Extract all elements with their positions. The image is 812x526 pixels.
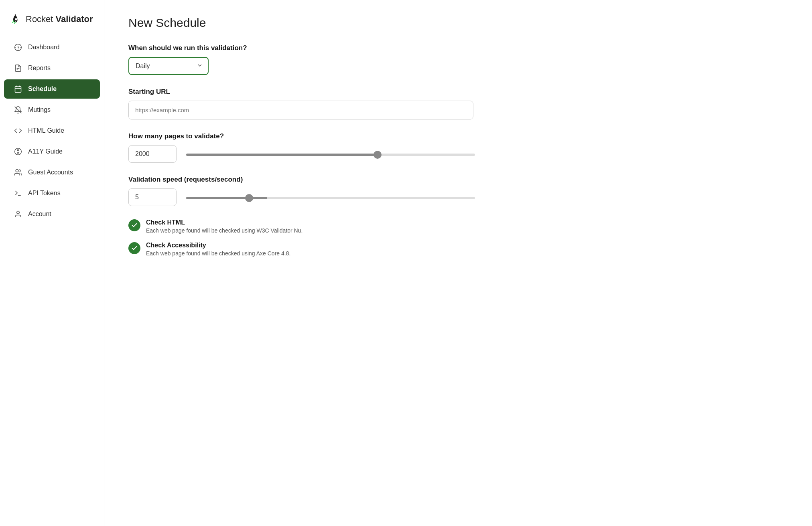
dashboard-icon	[14, 43, 22, 52]
pages-slider-container	[186, 150, 475, 158]
logo: Rocket Validator	[0, 8, 104, 37]
url-section: Starting URL	[128, 88, 788, 119]
speed-slider-container	[186, 194, 475, 201]
svg-rect-3	[15, 86, 21, 92]
sidebar: Rocket Validator Dashboard Reports	[0, 0, 104, 526]
sidebar-item-html-guide-label: HTML Guide	[28, 127, 64, 134]
sidebar-item-guest-accounts[interactable]: Guest Accounts	[4, 163, 100, 182]
check-accessibility-title: Check Accessibility	[146, 242, 290, 249]
page-title: New Schedule	[128, 16, 788, 30]
svg-point-12	[17, 211, 20, 214]
check-html-desc: Each web page found will be checked usin…	[146, 227, 302, 234]
sidebar-item-reports-label: Reports	[28, 65, 51, 72]
reports-icon	[14, 64, 22, 73]
svg-point-9	[17, 150, 18, 151]
when-section: When should we run this validation? Dail…	[128, 44, 788, 75]
check-html-text: Check HTML Each web page found will be c…	[146, 219, 302, 234]
speed-input[interactable]	[128, 188, 177, 206]
pages-input[interactable]	[128, 145, 177, 163]
sidebar-item-mutings[interactable]: Mutings	[4, 100, 100, 119]
api-tokens-icon	[14, 189, 22, 198]
check-accessibility-desc: Each web page found will be checked usin…	[146, 250, 290, 257]
sidebar-item-schedule-label: Schedule	[28, 85, 57, 93]
sidebar-item-dashboard[interactable]: Dashboard	[4, 38, 100, 57]
schedule-icon	[14, 85, 22, 93]
guest-accounts-icon	[14, 168, 22, 177]
svg-point-10	[16, 170, 18, 172]
sidebar-item-html-guide[interactable]: HTML Guide	[4, 121, 100, 140]
pages-slider[interactable]	[186, 154, 475, 156]
speed-input-row	[128, 188, 788, 206]
pages-section: How many pages to validate?	[128, 132, 788, 163]
sidebar-item-a11y-guide[interactable]: A11Y Guide	[4, 142, 100, 161]
when-label: When should we run this validation?	[128, 44, 788, 52]
html-guide-icon	[14, 126, 22, 135]
sidebar-item-guest-accounts-label: Guest Accounts	[28, 169, 73, 176]
pages-input-row	[128, 145, 788, 163]
check-html-checkbox[interactable]	[128, 219, 140, 231]
sidebar-item-schedule[interactable]: Schedule	[4, 79, 100, 99]
main-content: New Schedule When should we run this val…	[104, 0, 812, 526]
check-accessibility-text: Check Accessibility Each web page found …	[146, 242, 290, 257]
rocket-icon	[10, 13, 22, 26]
speed-section: Validation speed (requests/second)	[128, 176, 788, 206]
a11y-guide-icon	[14, 147, 22, 156]
sidebar-item-account[interactable]: Account	[4, 204, 100, 224]
check-html-title: Check HTML	[146, 219, 302, 226]
sidebar-item-account-label: Account	[28, 210, 51, 218]
sidebar-item-reports[interactable]: Reports	[4, 59, 100, 78]
starting-url-label: Starting URL	[128, 88, 788, 96]
starting-url-input[interactable]	[128, 101, 473, 119]
speed-label: Validation speed (requests/second)	[128, 176, 788, 184]
pages-label: How many pages to validate?	[128, 132, 788, 140]
check-html-item: Check HTML Each web page found will be c…	[128, 219, 788, 234]
sidebar-item-dashboard-label: Dashboard	[28, 44, 59, 51]
sidebar-item-api-tokens-label: API Tokens	[28, 190, 61, 197]
logo-text: Rocket Validator	[26, 14, 93, 24]
svg-point-0	[15, 18, 17, 20]
account-icon	[14, 210, 22, 218]
check-accessibility-item: Check Accessibility Each web page found …	[128, 242, 788, 257]
schedule-dropdown[interactable]: Daily Weekly Monthly	[128, 57, 209, 75]
speed-slider[interactable]	[186, 197, 475, 199]
sidebar-item-mutings-label: Mutings	[28, 106, 51, 113]
check-accessibility-checkbox[interactable]	[128, 242, 140, 254]
mutings-icon	[14, 105, 22, 114]
sidebar-item-a11y-guide-label: A11Y Guide	[28, 148, 63, 155]
schedule-dropdown-wrapper: Daily Weekly Monthly	[128, 57, 209, 75]
sidebar-item-api-tokens[interactable]: API Tokens	[4, 184, 100, 203]
